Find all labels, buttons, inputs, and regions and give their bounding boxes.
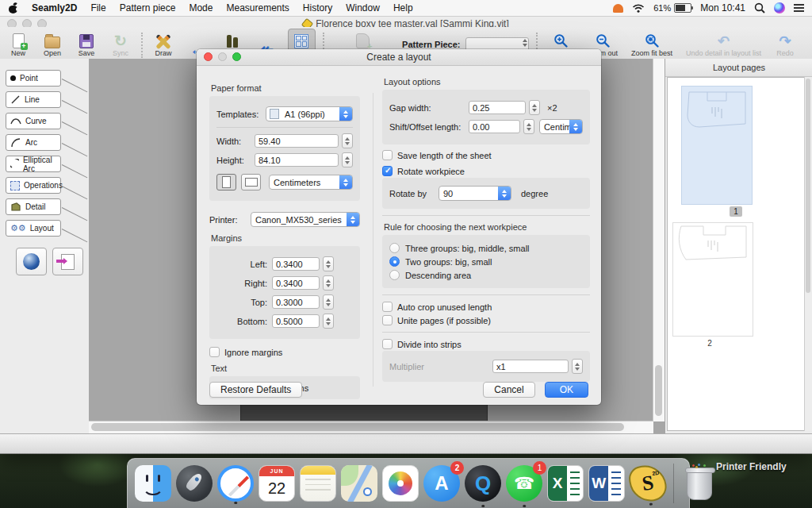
hscroll-handle[interactable] [91, 423, 624, 431]
rule-three-groups-radio[interactable]: Three groups: big, middle, small [389, 243, 583, 253]
shift-offset-stepper[interactable] [523, 119, 534, 134]
width-stepper[interactable] [342, 133, 353, 148]
sidebar-item-layout[interactable]: ⚙⚙Layout [0, 218, 89, 240]
menu-clock[interactable]: Mon 10:41 [700, 2, 745, 13]
width-field[interactable]: 59.40 [255, 134, 339, 148]
apple-menu-icon[interactable] [8, 2, 18, 14]
dock-word[interactable] [588, 465, 625, 502]
rotate-workpiece-checkbox[interactable]: Rotate workpiece [382, 166, 590, 176]
portrait-icon [222, 176, 231, 188]
menu-measurements[interactable]: Measurements [226, 2, 289, 13]
rule-descending-area-radio[interactable]: Descending area [389, 270, 583, 280]
sidebar-item-line[interactable]: Line [0, 90, 89, 111]
dock-app-store[interactable]: 2 [423, 465, 460, 502]
menu-window[interactable]: Window [346, 2, 380, 13]
menu-app[interactable]: Seamly2D [32, 2, 77, 13]
multiplier-stepper[interactable] [572, 359, 583, 374]
margin-left-field[interactable]: 0.3400 [272, 257, 320, 271]
sidebar-item-detail[interactable]: Detail [0, 197, 89, 218]
height-stepper[interactable] [342, 152, 353, 167]
sidebar-item-point[interactable]: Point [0, 68, 89, 90]
printer-dropdown[interactable]: Canon_MX530_series [251, 212, 360, 227]
margin-left-stepper[interactable] [323, 256, 334, 271]
vscroll-handle[interactable] [655, 365, 662, 416]
sidebar-item-curve[interactable]: Curve [0, 111, 89, 133]
layout-page-thumbnail-2[interactable] [672, 222, 753, 337]
save-length-checkbox[interactable]: Save length of the sheet [382, 150, 590, 160]
dock-calendar[interactable]: JUN 22 [259, 465, 295, 502]
rule-two-groups-radio[interactable]: Two groups: big, small [389, 256, 583, 267]
printer-label: Printer: [209, 215, 251, 225]
margin-bottom-field[interactable]: 0.5000 [272, 314, 320, 328]
margin-bottom-stepper[interactable] [323, 314, 334, 329]
landscape-orientation-button[interactable] [241, 174, 261, 190]
dock-whatsapp[interactable]: 1 [506, 465, 542, 502]
dock-maps[interactable] [341, 465, 377, 502]
compass-needle-icon [228, 475, 249, 496]
canvas-vscrollbar[interactable] [653, 59, 665, 421]
page-1-label[interactable]: 1 [730, 206, 742, 217]
dropdown-arrows-icon [498, 187, 511, 200]
templates-dropdown[interactable]: A1 (96ppi) [266, 106, 353, 121]
cancel-button[interactable]: Cancel [483, 382, 534, 398]
notification-center-icon[interactable] [794, 4, 804, 12]
wifi-icon[interactable] [632, 3, 645, 13]
gap-width-field[interactable]: 0.25 [469, 101, 526, 114]
layout-units-dropdown[interactable]: Centimeters [539, 119, 583, 134]
dialog-minimize-button [218, 52, 227, 61]
dock-photos[interactable] [382, 465, 419, 502]
layout-settings-button[interactable] [16, 248, 47, 275]
menu-help[interactable]: Help [393, 2, 413, 13]
ok-button[interactable]: OK [545, 382, 588, 398]
sidebar-item-arc[interactable]: Arc [0, 133, 89, 154]
export-layout-button[interactable] [52, 248, 83, 275]
dock-notes[interactable] [300, 465, 336, 502]
dock-seamly2d[interactable]: 2D [627, 463, 668, 504]
dock-launchpad[interactable] [176, 465, 213, 502]
dialog-zoom-button[interactable] [232, 52, 241, 61]
dialog-close-button[interactable] [204, 52, 213, 61]
canvas-hscrollbar[interactable] [89, 421, 653, 433]
margin-right-field[interactable]: 0.3400 [272, 276, 320, 290]
save-button[interactable]: Save [73, 29, 100, 59]
battery-status[interactable]: 61% [653, 3, 691, 13]
dock-finder[interactable] [135, 465, 171, 502]
sidebar-item-operations[interactable]: Operations [0, 175, 89, 197]
ignore-margins-checkbox[interactable]: Ignore margins [209, 347, 360, 357]
dock-quicktime[interactable] [465, 465, 501, 502]
panel-scroll-handle[interactable] [806, 79, 810, 293]
zoom-fit-best-button[interactable]: Zoom fit best [628, 29, 676, 59]
menu-history[interactable]: History [303, 2, 332, 13]
menu-file[interactable]: File [90, 2, 105, 13]
panel-scrollbar[interactable] [804, 77, 812, 431]
separator [382, 215, 590, 216]
unite-pages-checkbox[interactable]: Unite pages (if possible) [382, 315, 590, 325]
gap-width-stepper[interactable] [529, 100, 540, 115]
divide-into-strips-checkbox[interactable]: Divide into strips [382, 339, 590, 349]
margin-top-field[interactable]: 0.3000 [272, 295, 320, 309]
new-button[interactable]: + New [5, 29, 32, 59]
spotlight-icon[interactable] [754, 2, 765, 13]
draw-mode-button[interactable]: Draw [150, 29, 177, 59]
multiplier-field[interactable]: x1 [492, 360, 569, 373]
sidebar-item-elliptical-arc[interactable]: Elliptical Arc [0, 154, 89, 175]
dock-trash[interactable] [681, 465, 718, 502]
menu-mode[interactable]: Mode [189, 2, 213, 13]
menu-pattern-piece[interactable]: Pattern piece [120, 2, 176, 13]
dock-safari[interactable] [217, 465, 254, 502]
zoom-in-icon [553, 33, 569, 48]
portrait-orientation-button[interactable] [216, 174, 236, 190]
orange-menu-extra-icon[interactable] [613, 4, 623, 13]
open-button[interactable]: Open [39, 29, 66, 59]
rotate-by-dropdown[interactable]: 90 [439, 186, 511, 201]
margin-right-stepper[interactable] [323, 275, 334, 291]
siri-icon[interactable] [774, 2, 785, 13]
auto-crop-checkbox[interactable]: Auto crop unused length [382, 302, 590, 312]
shift-offset-field[interactable]: 0.00 [469, 120, 520, 133]
dock-excel[interactable] [547, 465, 584, 502]
layout-page-thumbnail-1[interactable] [681, 86, 753, 205]
height-field[interactable]: 84.10 [255, 153, 339, 167]
margin-top-stepper[interactable] [323, 294, 334, 310]
units-dropdown[interactable]: Centimeters [269, 175, 353, 190]
restore-defaults-button[interactable]: Restore Defaults [209, 382, 302, 398]
